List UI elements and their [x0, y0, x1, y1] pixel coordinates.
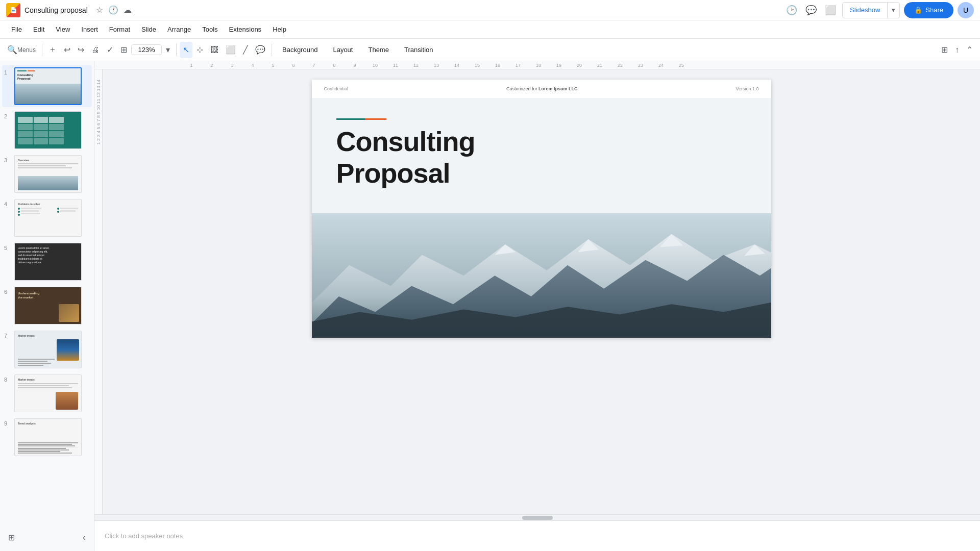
main-slide[interactable]: Confidential Customized for Lorem Ipsum …	[312, 80, 771, 338]
menu-arrange[interactable]: Arrange	[162, 23, 196, 35]
slide-preview-8: Market trends	[14, 374, 82, 412]
slide-title-line1: Consulting	[336, 126, 475, 157]
ruler-mark-21: 21	[590, 63, 610, 68]
move-tool[interactable]: ⊹	[193, 42, 206, 58]
history-icon[interactable]: 🕐	[107, 4, 119, 16]
slide5-text-preview: Lorem ipsum dolor sit amet,consectetur a…	[18, 246, 50, 264]
zoom-dropdown[interactable]: ▾	[163, 42, 173, 58]
horizontal-ruler: 1 2 3 4 5 6 7 8 9 10 11 12 13 14 15 16 1…	[94, 61, 980, 69]
comment-button[interactable]: 💬	[252, 42, 268, 58]
title-action-icons: ☆ 🕐 ☁	[95, 4, 133, 16]
menu-view[interactable]: View	[51, 23, 75, 35]
svg-rect-1	[12, 11, 15, 11]
ruler-mark-5: 5	[263, 63, 283, 68]
vertical-ruler: 1 2 3 4 5 6 7 8 9 10 11 12 13 14	[94, 69, 103, 514]
canvas-area: 1 2 3 4 5 6 7 8 9 10 11 12 13 14 15 16 1…	[94, 61, 980, 551]
slide-title-line2: Proposal	[336, 157, 475, 189]
transition-button[interactable]: Transition	[397, 43, 440, 57]
history-icon[interactable]: 🕑	[784, 3, 799, 18]
slide-number-9: 9	[4, 420, 11, 427]
collapse-sidebar-button[interactable]: ‹	[81, 530, 88, 545]
share-button[interactable]: 🔒 Share	[904, 2, 953, 18]
slide-thumbnail-3[interactable]: 3 Overview	[2, 153, 92, 195]
print-button[interactable]: 🖨	[88, 42, 103, 58]
speaker-notes[interactable]: Click to add speaker notes	[94, 520, 980, 551]
theme-button[interactable]: Theme	[361, 43, 396, 57]
slide-number-3: 3	[4, 157, 11, 163]
present-icon[interactable]: ⊞	[938, 42, 951, 58]
slide-thumbnail-6[interactable]: 6 Understandingthe market	[2, 285, 92, 327]
user-avatar[interactable]: U	[958, 2, 974, 18]
slide-thumbnail-9[interactable]: 9 Trend analysis	[2, 416, 92, 458]
ruler-mark-6: 6	[283, 63, 304, 68]
slide-title[interactable]: Consulting Proposal	[336, 126, 475, 189]
slide-preview-6: Understandingthe market	[14, 287, 82, 324]
image-insert-button[interactable]: 🖼	[207, 42, 222, 58]
slide-accent-lines	[336, 118, 386, 120]
slide-header-confidential: Confidential	[324, 86, 349, 91]
document-title: Consulting proposal	[24, 6, 88, 14]
present-options-icon[interactable]: ⬜	[823, 3, 838, 18]
ruler-mark-10: 10	[365, 63, 385, 68]
title-bar: Consulting proposal ☆ 🕐 ☁ 🕑 💬 ⬜ Slidesho…	[0, 0, 980, 20]
ruler-mark-17: 17	[508, 63, 528, 68]
add-slide-button[interactable]: ＋	[45, 42, 60, 58]
grid-view-toggle[interactable]: ⊞	[6, 531, 17, 544]
slide-thumbnail-1[interactable]: 1 ConsultingProposal	[2, 65, 92, 107]
slide-thumbnail-4[interactable]: 4 Problems to solve	[2, 197, 92, 239]
undo-button[interactable]: ↩	[61, 42, 74, 58]
horizontal-scrollbar[interactable]	[94, 514, 980, 520]
app-logo	[6, 3, 20, 17]
orange-line	[365, 118, 386, 120]
line-tool[interactable]: ╱	[240, 42, 251, 58]
menu-insert[interactable]: Insert	[76, 23, 103, 35]
slide-thumbnail-8[interactable]: 8 Market trends	[2, 372, 92, 414]
slide-preview-7: Market trends	[14, 331, 82, 368]
ruler-mark-3: 3	[222, 63, 242, 68]
slide-thumbnail-5[interactable]: 5 Lorem ipsum dolor sit amet,consectetur…	[2, 241, 92, 283]
ruler-mark-2: 2	[202, 63, 222, 68]
slides-panel: 1 ConsultingProposal 2	[0, 61, 94, 551]
zoom-display[interactable]: 123%	[131, 44, 162, 55]
redo-button[interactable]: ↪	[75, 42, 87, 58]
speaker-notes-placeholder: Click to add speaker notes	[105, 532, 183, 540]
layout-button[interactable]: Layout	[326, 43, 360, 57]
scrollbar-thumb[interactable]	[522, 516, 553, 520]
slide-number-5: 5	[4, 245, 11, 251]
slide-thumbnail-2[interactable]: 2	[2, 109, 92, 151]
slideshow-dropdown-arrow[interactable]: ▾	[887, 3, 899, 18]
menu-help[interactable]: Help	[267, 23, 291, 35]
slideshow-button-group: Slideshow ▾	[842, 2, 900, 18]
select-tool[interactable]: ↖	[180, 42, 192, 58]
ruler-mark-9: 9	[345, 63, 365, 68]
menu-tools[interactable]: Tools	[197, 23, 223, 35]
menu-extensions[interactable]: Extensions	[224, 23, 267, 35]
main-area: 1 ConsultingProposal 2	[0, 61, 980, 551]
share-label: Share	[925, 6, 943, 14]
slide-mountain-image	[312, 213, 771, 338]
ruler-mark-25: 25	[671, 63, 692, 68]
menu-bar: File Edit View Insert Format Slide Arran…	[0, 20, 980, 39]
shape-tool[interactable]: ⬜	[223, 42, 239, 58]
cursor-mode-icon[interactable]: ↑	[952, 42, 962, 58]
cloud-icon[interactable]: ☁	[122, 4, 133, 16]
star-icon[interactable]: ☆	[95, 4, 104, 16]
menu-file[interactable]: File	[6, 23, 27, 35]
collapse-panel-icon[interactable]: ⌃	[963, 42, 976, 58]
menu-slide[interactable]: Slide	[136, 23, 161, 35]
ruler-mark-1: 1	[181, 63, 202, 68]
search-button[interactable]: 🔍 Menus	[4, 42, 39, 58]
spellcheck-button[interactable]: ✓	[104, 42, 116, 58]
slideshow-button[interactable]: Slideshow	[843, 3, 887, 18]
background-button[interactable]: Background	[275, 43, 325, 57]
ruler-mark-22: 22	[610, 63, 630, 68]
ruler-mark-23: 23	[630, 63, 651, 68]
menu-format[interactable]: Format	[104, 23, 135, 35]
slide-number-1: 1	[4, 69, 11, 76]
teal-line	[336, 118, 365, 120]
zoom-fit-button[interactable]: ⊞	[117, 42, 130, 58]
slide-thumbnail-7[interactable]: 7 Market trends	[2, 329, 92, 370]
comments-icon[interactable]: 💬	[803, 3, 819, 18]
ruler-mark-12: 12	[406, 63, 426, 68]
menu-edit[interactable]: Edit	[28, 23, 50, 35]
